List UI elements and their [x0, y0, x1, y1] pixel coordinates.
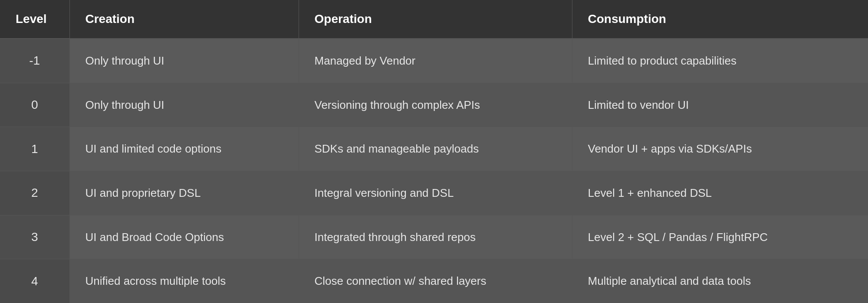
cell-level: -1: [0, 39, 69, 83]
cell-consumption: Limited to product capabilities: [572, 39, 868, 83]
cell-operation: Managed by Vendor: [299, 39, 572, 83]
header-operation: Operation: [299, 0, 572, 39]
cell-operation: Versioning through complex APIs: [299, 83, 572, 127]
header-level: Level: [0, 0, 69, 39]
table-row: -1Only through UIManaged by VendorLimite…: [0, 39, 868, 83]
cell-creation: Only through UI: [69, 39, 299, 83]
cell-creation: UI and limited code options: [69, 127, 299, 171]
cell-creation: UI and proprietary DSL: [69, 171, 299, 215]
cell-consumption: Multiple analytical and data tools: [572, 259, 868, 303]
levels-table: Level Creation Operation Consumption -1O…: [0, 0, 868, 303]
cell-level: 2: [0, 171, 69, 215]
cell-operation: Close connection w/ shared layers: [299, 259, 572, 303]
cell-level: 1: [0, 127, 69, 171]
header-row: Level Creation Operation Consumption: [0, 0, 868, 39]
cell-operation: Integrated through shared repos: [299, 215, 572, 259]
table-wrapper: Level Creation Operation Consumption -1O…: [0, 0, 868, 303]
header-consumption: Consumption: [572, 0, 868, 39]
cell-creation: UI and Broad Code Options: [69, 215, 299, 259]
table-row: 0Only through UIVersioning through compl…: [0, 83, 868, 127]
table-row: 2UI and proprietary DSLIntegral versioni…: [0, 171, 868, 215]
cell-consumption: Level 1 + enhanced DSL: [572, 171, 868, 215]
cell-operation: SDKs and manageable payloads: [299, 127, 572, 171]
cell-level: 0: [0, 83, 69, 127]
cell-consumption: Level 2 + SQL / Pandas / FlightRPC: [572, 215, 868, 259]
table-row: 4Unified across multiple toolsClose conn…: [0, 259, 868, 303]
table-row: 3UI and Broad Code OptionsIntegrated thr…: [0, 215, 868, 259]
table-row: 1UI and limited code optionsSDKs and man…: [0, 127, 868, 171]
header-creation: Creation: [69, 0, 299, 39]
cell-level: 3: [0, 215, 69, 259]
cell-consumption: Vendor UI + apps via SDKs/APIs: [572, 127, 868, 171]
cell-operation: Integral versioning and DSL: [299, 171, 572, 215]
cell-creation: Unified across multiple tools: [69, 259, 299, 303]
cell-creation: Only through UI: [69, 83, 299, 127]
cell-consumption: Limited to vendor UI: [572, 83, 868, 127]
cell-level: 4: [0, 259, 69, 303]
